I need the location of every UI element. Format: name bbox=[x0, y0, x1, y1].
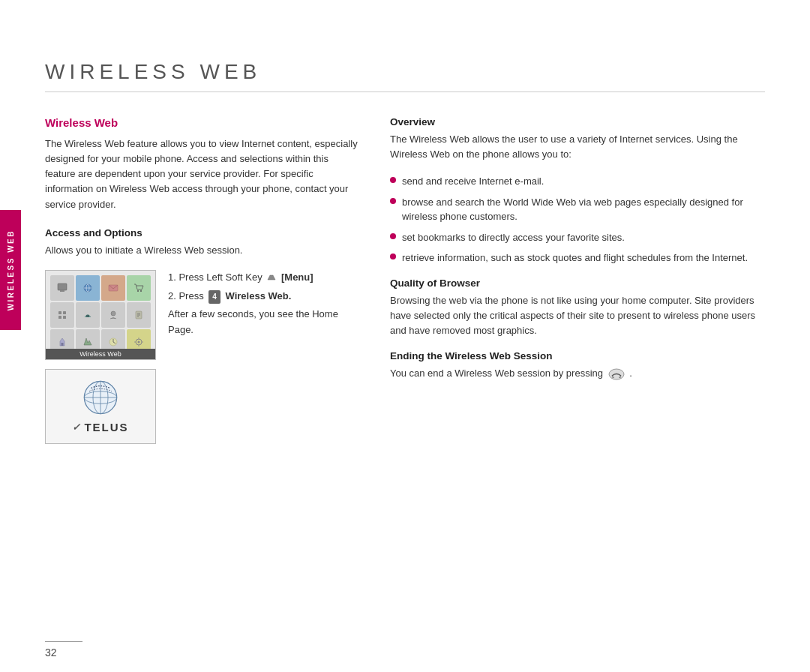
bullet-dot bbox=[390, 233, 396, 239]
page-number-line bbox=[45, 641, 82, 642]
page-title-area: WIRELESS WEB bbox=[45, 60, 765, 92]
page-title: WIRELESS WEB bbox=[45, 60, 765, 92]
bullet-text-2: browse and search the World Wide Web via… bbox=[402, 195, 765, 224]
svg-rect-1 bbox=[60, 290, 64, 292]
step-1-line: 1. Press Left Soft Key [Menu] bbox=[168, 270, 360, 286]
svg-rect-9 bbox=[63, 311, 66, 314]
bullet-text-1: send and receive Internet e-mail. bbox=[402, 174, 544, 189]
bullet-dot bbox=[390, 177, 396, 183]
svg-rect-12 bbox=[86, 315, 89, 317]
ending-text-before: You can end a Wireless Web session by pr… bbox=[390, 368, 603, 379]
main-content: Wireless Web The Wireless Web feature al… bbox=[45, 116, 765, 634]
telus-text: ✓ TELUS bbox=[72, 421, 128, 434]
phone-screen-mock: Wireless Web bbox=[45, 270, 156, 360]
quality-text: Browsing the web via the phone is not li… bbox=[390, 293, 765, 338]
right-column: Overview The Wireless Web allows the use… bbox=[390, 116, 765, 634]
ending-text: You can end a Wireless Web session by pr… bbox=[390, 366, 765, 381]
svg-rect-11 bbox=[63, 316, 66, 319]
bullet-dot bbox=[390, 198, 396, 204]
icon-cell-3 bbox=[101, 275, 125, 301]
svg-rect-8 bbox=[58, 311, 62, 314]
step-2-key: 4 bbox=[208, 290, 220, 304]
step-1-key: [Menu] bbox=[281, 272, 314, 283]
page-number: 32 bbox=[45, 646, 57, 658]
telus-logo-container: ✓ TELUS bbox=[45, 369, 156, 444]
list-item: set bookmarks to directly access your fa… bbox=[390, 230, 765, 245]
bullet-text-4: retrieve information, such as stock quot… bbox=[402, 250, 748, 266]
overview-heading: Overview bbox=[390, 116, 765, 128]
screen-label: Wireless Web bbox=[46, 349, 155, 359]
telus-globe-icon bbox=[82, 379, 119, 416]
list-item: browse and search the World Wide Web via… bbox=[390, 195, 765, 224]
telus-checkmark: ✓ bbox=[72, 422, 81, 433]
telus-brand-name: TELUS bbox=[84, 421, 128, 434]
icon-cell-7 bbox=[101, 302, 125, 328]
step-3-line: After a few seconds, you see the Home Pa… bbox=[168, 307, 360, 338]
svg-point-23 bbox=[138, 340, 140, 343]
icon-cell-5 bbox=[50, 302, 74, 328]
steps-area: Wireless Web bbox=[45, 270, 360, 444]
svg-point-6 bbox=[137, 290, 139, 292]
page-container: WIRELESS WEB WIRELESS WEB Wireless Web T… bbox=[0, 0, 810, 672]
icon-cell-1 bbox=[50, 275, 74, 301]
step-1-text: 1. Press Left Soft Key bbox=[168, 272, 262, 283]
ending-text-after: . bbox=[629, 368, 632, 379]
side-tab: WIRELESS WEB bbox=[0, 210, 21, 330]
access-options-description: Allows you to initiate a Wireless Web se… bbox=[45, 243, 360, 258]
end-call-icon bbox=[608, 368, 625, 380]
steps-text: 1. Press Left Soft Key [Menu] 2. Press 4… bbox=[168, 270, 360, 341]
step-2-suffix: Wireless Web. bbox=[226, 290, 292, 302]
icon-cell-8 bbox=[127, 302, 151, 328]
access-options-section: Access and Options Allows you to initiat… bbox=[45, 227, 360, 258]
intro-text: The Wireless Web feature allows you to v… bbox=[45, 136, 360, 212]
wireless-web-heading: Wireless Web bbox=[45, 116, 360, 129]
list-item: retrieve information, such as stock quot… bbox=[390, 250, 765, 266]
side-tab-label: WIRELESS WEB bbox=[7, 230, 15, 310]
svg-rect-10 bbox=[58, 316, 62, 319]
bullet-text-3: set bookmarks to directly access your fa… bbox=[402, 230, 625, 245]
icon-cell-4 bbox=[127, 275, 151, 301]
step-3-text: After a few seconds, you see the Home Pa… bbox=[168, 308, 338, 335]
svg-rect-0 bbox=[58, 284, 67, 290]
svg-point-13 bbox=[111, 311, 116, 316]
svg-point-7 bbox=[140, 290, 142, 292]
list-item: send and receive Internet e-mail. bbox=[390, 174, 765, 189]
access-options-heading: Access and Options bbox=[45, 227, 360, 238]
step-2-line: 2. Press 4 Wireless Web. bbox=[168, 289, 360, 304]
step-2-prefix: 2. Press bbox=[168, 290, 204, 302]
bullet-dot bbox=[390, 254, 396, 260]
soft-key-icon bbox=[266, 272, 277, 283]
bullet-list: send and receive Internet e-mail. browse… bbox=[390, 174, 765, 266]
overview-text: The Wireless Web allows the user to use … bbox=[390, 132, 765, 162]
svg-rect-18 bbox=[62, 343, 64, 346]
left-column: Wireless Web The Wireless Web feature al… bbox=[45, 116, 360, 634]
icon-cell-6 bbox=[76, 302, 100, 328]
ending-heading: Ending the Wireless Web Session bbox=[390, 350, 765, 362]
quality-heading: Quality of Browser bbox=[390, 278, 765, 289]
icon-cell-2 bbox=[76, 275, 100, 301]
